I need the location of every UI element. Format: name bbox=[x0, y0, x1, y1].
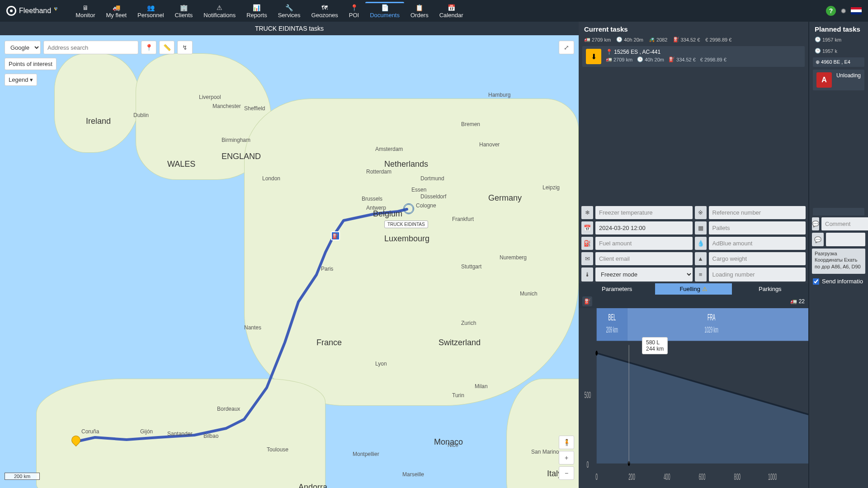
city-label: Turin bbox=[452, 392, 464, 399]
bug-icon[interactable]: ✹ bbox=[840, 7, 846, 15]
comment-input[interactable] bbox=[821, 217, 868, 230]
language-flag[interactable] bbox=[851, 7, 862, 14]
provider-select[interactable]: Google bbox=[5, 41, 41, 54]
unloading-icon: A bbox=[816, 72, 832, 88]
country-label: ENGLAND bbox=[222, 152, 261, 161]
nav-item-poi[interactable]: 📍POI bbox=[344, 2, 363, 20]
loading-number-input[interactable] bbox=[709, 267, 806, 282]
country-label: Netherlands bbox=[384, 160, 428, 169]
tab-parameters[interactable]: Parameters bbox=[579, 283, 655, 295]
task-card[interactable]: ⬇ 📍 15256 ES , AC-441 🚛2709 km 🕒40h 20m … bbox=[582, 46, 805, 67]
client-email-input[interactable] bbox=[595, 252, 693, 265]
tab-parkings[interactable]: Parkings bbox=[732, 283, 808, 295]
nav-item-calendar[interactable]: 📅Calendar bbox=[435, 2, 468, 20]
empty-comment-field[interactable] bbox=[826, 233, 865, 246]
ref-number-input[interactable] bbox=[709, 206, 806, 219]
city-label: Lyon bbox=[375, 361, 387, 367]
fullscreen-icon[interactable]: ⤢ bbox=[559, 41, 574, 54]
freezer-temp-input[interactable] bbox=[595, 206, 693, 219]
nav-icon: 📍 bbox=[350, 4, 358, 12]
city-label: Santander bbox=[167, 431, 192, 437]
chart-toolbar-right: 🚛 22 bbox=[790, 298, 805, 305]
map-title: TRUCK EIDINTAS tasks bbox=[0, 22, 579, 35]
nav-icon: 🔧 bbox=[285, 4, 293, 12]
task-card[interactable]: ⊕ 4960 BE , E4 bbox=[813, 57, 864, 67]
ruler-icon[interactable]: 📏 bbox=[159, 41, 175, 54]
help-icon[interactable]: ? bbox=[826, 6, 836, 16]
poi-button[interactable]: Points of interest bbox=[5, 58, 57, 70]
chart-canvas[interactable]: BEL 209 km FRA 1029 km 0 500 0200400 bbox=[579, 308, 808, 488]
streetview-icon[interactable]: 🧍 bbox=[559, 436, 574, 449]
city-label: Toulouse bbox=[267, 446, 288, 453]
nav-item-geozones[interactable]: 🗺Geozones bbox=[307, 2, 343, 20]
city-label: Leipzig bbox=[542, 184, 560, 191]
nav-item-orders[interactable]: 📋Orders bbox=[406, 2, 433, 20]
svg-text:1029 km: 1029 km bbox=[704, 325, 718, 334]
cargo-weight-input[interactable] bbox=[709, 252, 806, 265]
stat-distance: 🚛2709 km bbox=[584, 37, 611, 42]
city-label: Manchester bbox=[212, 103, 241, 109]
svg-text:500: 500 bbox=[585, 390, 591, 400]
city-label: Liverpool bbox=[199, 94, 221, 100]
route-icon[interactable]: ↯ bbox=[177, 41, 193, 54]
topbar-right: ? ✹ bbox=[826, 6, 862, 16]
map-area[interactable]: ⛽ TRUCK EIDINTAS Ireland WALES ENGLAND N… bbox=[0, 35, 579, 488]
search-pin-icon[interactable]: 📍 bbox=[141, 41, 156, 54]
zoom-in-button[interactable]: + bbox=[559, 451, 574, 465]
svg-point-8 bbox=[595, 351, 598, 356]
nav-item-clients[interactable]: 🏢Clients bbox=[170, 2, 198, 20]
nav-item-my-fleet[interactable]: 🚚My fleet bbox=[102, 2, 132, 20]
mail-icon: ✉ bbox=[581, 252, 593, 265]
svg-rect-1 bbox=[627, 308, 808, 341]
fuel-stop-pin-icon[interactable]: ⛽ bbox=[331, 231, 340, 240]
nav-item-services[interactable]: 🔧Services bbox=[274, 2, 305, 20]
destination-pin-icon[interactable] bbox=[403, 203, 414, 214]
city-label: Nice bbox=[448, 442, 458, 448]
tab-fuelling[interactable]: Fuelling ⚠ bbox=[655, 283, 731, 295]
freezer-mode-select[interactable]: Freezer mode bbox=[595, 267, 693, 282]
nav-item-notifications[interactable]: ⚠Notifications bbox=[199, 2, 240, 20]
city-label: Sheffield bbox=[244, 105, 265, 112]
country-label: Germany bbox=[488, 193, 522, 203]
fuel-icon: ⛽ bbox=[581, 237, 593, 250]
task-card[interactable]: A Unloading bbox=[813, 70, 864, 90]
nav-icon: 🚚 bbox=[113, 4, 120, 12]
legend-button[interactable]: Legend ▾ bbox=[5, 74, 37, 86]
send-info-checkbox-input[interactable] bbox=[813, 278, 819, 285]
zoom-out-button[interactable]: − bbox=[559, 466, 574, 480]
send-info-checkbox[interactable]: Send informatio bbox=[812, 276, 865, 286]
nav-item-documents[interactable]: 📄Documents bbox=[365, 2, 404, 20]
pump-icon[interactable]: ⛽ bbox=[582, 296, 592, 306]
nav-item-monitor[interactable]: 🖥Monitor bbox=[71, 2, 99, 20]
panel-title: Current tasks bbox=[579, 22, 808, 35]
country-label: Switzerland bbox=[439, 338, 481, 347]
planned-tasks-panel: Planned tasks 🕒1957 km 🕒1957 k ⊕ 4960 BE… bbox=[809, 22, 868, 488]
address-search-input[interactable] bbox=[43, 41, 138, 54]
city-label: Stuttgart bbox=[461, 263, 481, 270]
stat-fuel-cost: ⛽334.52 € bbox=[673, 37, 700, 42]
svg-text:400: 400 bbox=[664, 472, 670, 482]
date-input[interactable] bbox=[595, 221, 693, 235]
pallets-input[interactable] bbox=[709, 221, 806, 235]
planned-search-input[interactable] bbox=[813, 208, 864, 216]
ref-icon: ※ bbox=[695, 206, 707, 219]
svg-text:800: 800 bbox=[734, 472, 741, 482]
city-label: Nantes bbox=[244, 324, 261, 331]
svg-text:BEL: BEL bbox=[609, 312, 616, 322]
svg-text:600: 600 bbox=[699, 472, 706, 482]
fuel-amount-input[interactable] bbox=[595, 237, 693, 250]
nav-icon: 👥 bbox=[147, 4, 155, 12]
map-surface[interactable]: ⛽ TRUCK EIDINTAS Ireland WALES ENGLAND N… bbox=[0, 35, 579, 488]
top-nav: 🖥Monitor🚚My fleet👥Personnel🏢Clients⚠Noti… bbox=[71, 2, 467, 20]
nav-item-personnel[interactable]: 👥Personnel bbox=[133, 2, 169, 20]
current-task-list: ⬇ 📍 15256 ES , AC-441 🚛2709 km 🕒40h 20m … bbox=[579, 46, 808, 204]
city-label: London bbox=[262, 175, 280, 182]
stat-time: 🕒40h 20m bbox=[616, 37, 643, 42]
loading-icon: ⬇ bbox=[586, 49, 601, 64]
city-label: Hamburg bbox=[488, 92, 510, 98]
adblue-input[interactable] bbox=[709, 237, 806, 250]
planned-form: 💬 💬 Разгрузка Координаты Ехать по дор A8… bbox=[809, 216, 868, 288]
nav-item-reports[interactable]: 📊Reports bbox=[242, 2, 272, 20]
city-label: Antwerp bbox=[366, 205, 386, 211]
city-label: Paris bbox=[321, 266, 333, 272]
